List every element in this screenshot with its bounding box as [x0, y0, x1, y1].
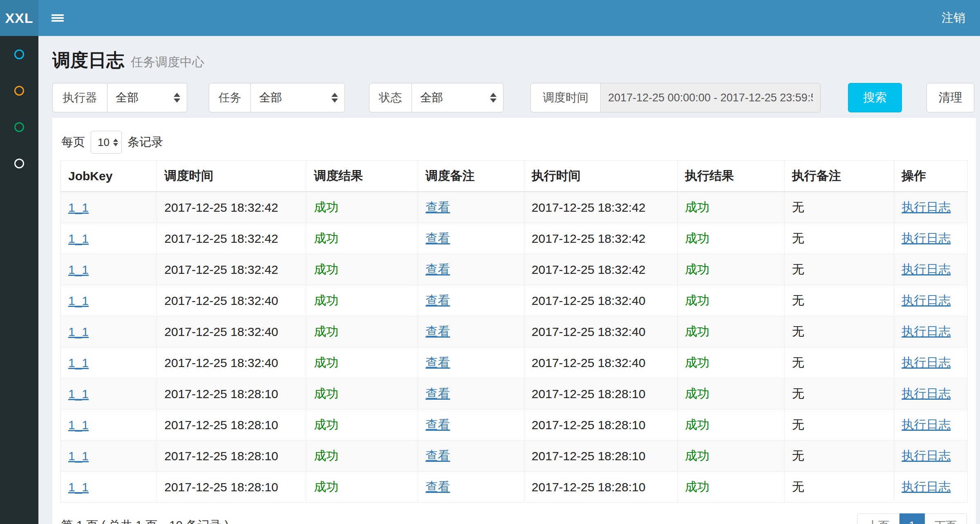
view-link[interactable]: 查看 [425, 200, 450, 214]
main-content: 调度日志 任务调度中心 执行器 全部 任务 全部 状态 全部 [38, 36, 980, 524]
jobkey-link[interactable]: 1_1 [68, 294, 89, 307]
view-link[interactable]: 查看 [425, 480, 450, 493]
page-1-button[interactable]: 1 [899, 513, 925, 524]
jobkey-link[interactable]: 1_1 [68, 449, 89, 463]
handle-msg-cell: 无 [784, 378, 894, 410]
jobkey-link[interactable]: 1_1 [68, 387, 89, 401]
jobkey-link[interactable]: 1_1 [68, 418, 89, 432]
sidebar-toggle-button[interactable] [38, 0, 77, 36]
handle-result-cell: 成功 [677, 254, 784, 285]
view-link[interactable]: 查看 [425, 231, 450, 245]
exec-log-link[interactable]: 执行日志 [902, 231, 951, 245]
col-trigger-time: 调度时间 [157, 161, 307, 192]
jobkey-link[interactable]: 1_1 [68, 325, 89, 338]
handle-msg-cell: 无 [784, 441, 894, 472]
handle-result-cell: 成功 [677, 378, 784, 410]
clear-button[interactable]: 清理 [926, 83, 974, 112]
view-link[interactable]: 查看 [425, 356, 450, 369]
handle-result-cell: 成功 [677, 192, 784, 223]
trigger-msg-cell: 查看 [418, 472, 524, 503]
exec-log-link[interactable]: 执行日志 [902, 262, 951, 276]
jobkey-link[interactable]: 1_1 [68, 356, 89, 369]
exec-log-link[interactable]: 执行日志 [902, 387, 951, 400]
next-page-button[interactable]: 下页 [925, 513, 967, 524]
handle-time-cell: 2017-12-25 18:32:40 [524, 316, 677, 347]
trigger-msg-cell: 查看 [418, 316, 524, 347]
action-cell: 执行日志 [894, 254, 968, 285]
view-link[interactable]: 查看 [425, 418, 450, 431]
select-arrows-icon [113, 139, 118, 146]
jobkey-cell: 1_1 [61, 378, 157, 410]
handle-msg-cell: 无 [784, 285, 894, 316]
view-link[interactable]: 查看 [425, 449, 450, 462]
status-select[interactable]: 全部 [412, 83, 503, 112]
col-handle-result: 执行结果 [677, 161, 784, 192]
page-subtitle: 任务调度中心 [131, 54, 204, 71]
jobkey-cell: 1_1 [61, 254, 157, 285]
table-footer: 第 1 页 ( 总共 1 页，10 条记录 ) 上页 1 下页 [60, 503, 968, 524]
jobkey-link[interactable]: 1_1 [68, 232, 89, 245]
jobkey-link[interactable]: 1_1 [68, 263, 89, 276]
jobkey-cell: 1_1 [61, 223, 157, 254]
circle-outline-icon [14, 86, 24, 96]
jobkey-link[interactable]: 1_1 [68, 480, 89, 494]
action-cell: 执行日志 [894, 410, 968, 441]
page-size-prefix: 每页 [61, 134, 85, 150]
sidebar-item-2[interactable] [0, 72, 38, 109]
log-table: JobKey 调度时间 调度结果 调度备注 执行时间 执行结果 执行备注 操作 … [60, 160, 968, 503]
select-arrows-icon [174, 93, 180, 103]
pagination-summary: 第 1 页 ( 总共 1 页，10 条记录 ) [61, 517, 228, 524]
view-link[interactable]: 查看 [425, 387, 450, 400]
exec-log-link[interactable]: 执行日志 [902, 325, 951, 338]
view-link[interactable]: 查看 [425, 262, 450, 276]
exec-log-link[interactable]: 执行日志 [902, 418, 951, 431]
page-size-select[interactable]: 10 [91, 131, 122, 154]
jobkey-cell: 1_1 [61, 472, 157, 503]
schedule-time-input[interactable] [600, 83, 821, 112]
trigger-msg-cell: 查看 [418, 192, 524, 223]
sidebar-item-3[interactable] [0, 109, 38, 145]
select-arrows-icon [331, 93, 338, 103]
job-select[interactable]: 全部 [251, 83, 345, 112]
sidebar-item-4[interactable] [0, 145, 38, 181]
page-size-value: 10 [98, 136, 110, 149]
sidebar-item-1[interactable] [0, 36, 38, 72]
trigger-result-cell: 成功 [307, 285, 418, 316]
view-link[interactable]: 查看 [425, 293, 450, 307]
handle-msg-cell: 无 [784, 223, 894, 254]
trigger-msg-cell: 查看 [418, 285, 524, 316]
filter-job: 任务 全部 [209, 83, 345, 112]
jobkey-cell: 1_1 [61, 441, 157, 472]
filter-status: 状态 全部 [369, 83, 503, 112]
exec-log-link[interactable]: 执行日志 [902, 449, 951, 462]
handle-time-cell: 2017-12-25 18:32:42 [524, 223, 677, 254]
action-cell: 执行日志 [894, 347, 968, 378]
table-row: 1_1 2017-12-25 18:32:42 成功 查看 2017-12-25… [61, 192, 968, 223]
exec-log-link[interactable]: 执行日志 [902, 200, 951, 214]
executor-select-value: 全部 [116, 90, 139, 105]
trigger-result-cell: 成功 [307, 223, 418, 254]
jobkey-link[interactable]: 1_1 [68, 201, 89, 214]
table-row: 1_1 2017-12-25 18:32:40 成功 查看 2017-12-25… [61, 316, 968, 347]
executor-select[interactable]: 全部 [107, 83, 187, 112]
trigger-msg-cell: 查看 [418, 378, 524, 410]
search-button[interactable]: 搜索 [848, 83, 902, 112]
exec-log-link[interactable]: 执行日志 [902, 356, 951, 369]
logo[interactable]: XXL [0, 0, 38, 36]
action-cell: 执行日志 [894, 441, 968, 472]
handle-msg-cell: 无 [784, 192, 894, 223]
trigger-result-cell: 成功 [307, 441, 418, 472]
filter-bar: 执行器 全部 任务 全部 状态 全部 调度时间 搜索 清理 [52, 83, 976, 112]
status-select-value: 全部 [420, 90, 443, 105]
pagination: 上页 1 下页 [857, 513, 967, 524]
trigger-msg-cell: 查看 [418, 347, 524, 378]
circle-outline-icon [14, 159, 24, 168]
view-link[interactable]: 查看 [425, 325, 450, 338]
prev-page-button[interactable]: 上页 [857, 513, 899, 524]
trigger-msg-cell: 查看 [418, 441, 524, 472]
circle-outline-icon [14, 122, 24, 132]
col-handle-time: 执行时间 [524, 161, 677, 192]
logout-button[interactable]: 注销 [927, 0, 980, 36]
exec-log-link[interactable]: 执行日志 [902, 480, 951, 493]
exec-log-link[interactable]: 执行日志 [902, 293, 951, 307]
